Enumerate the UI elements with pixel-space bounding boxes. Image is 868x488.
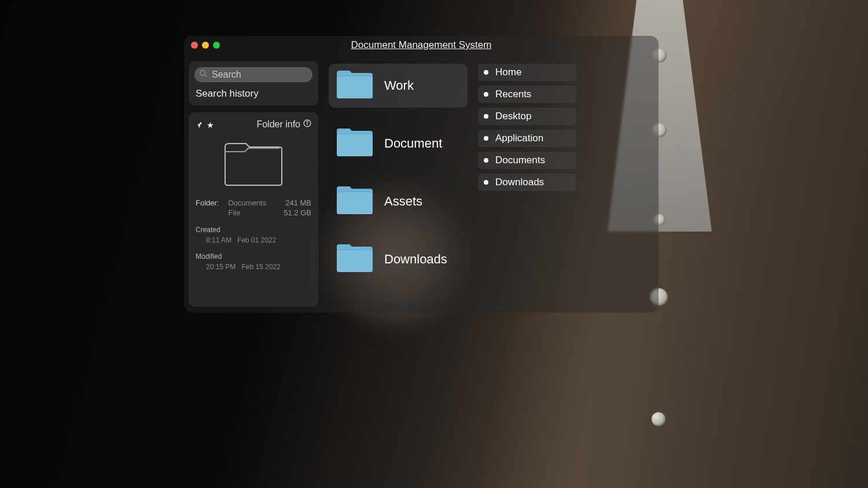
bullet-icon [484,180,488,185]
nav-item-recents[interactable]: Recents [478,86,576,103]
nav-label: Documents [495,155,545,166]
nav-item-desktop[interactable]: Desktop [478,108,576,125]
folder-icon [336,69,374,102]
folder-icon [336,243,374,276]
bullet-icon [484,158,488,163]
left-column: Search history ★ Folder info [189,61,318,307]
bullet-icon [484,136,488,141]
modified-date: Feb 15 2022 [241,263,280,271]
created-date: Feb 01 2022 [237,236,276,244]
stat-folder-size: 241 MB [285,199,311,207]
nav-item-application[interactable]: Application [478,130,576,147]
pin-star-icons[interactable]: ★ [196,119,215,129]
nav-label: Home [495,67,521,78]
nav-list: Home Recents Desktop Application Documen… [478,61,576,307]
created-time: 8:11 AM [206,236,231,244]
folder-tile-assets[interactable]: Assets [329,179,468,223]
folder-label: Assets [384,194,422,209]
nav-label: Recents [495,89,531,100]
folder-info-title: Folder info [256,119,300,130]
folder-icon [336,185,374,218]
folder-info-panel: ★ Folder info [189,112,318,307]
folder-tile-work[interactable]: Work [329,64,468,108]
folder-stats: Folder: Documents 241 MB Folder: File 51… [196,198,311,218]
stat-folder-name: Documents [228,199,266,207]
modified-time: 20:15 PM [206,263,236,271]
window-body: Search history ★ Folder info [184,54,659,313]
stat-file-size: 51.2 GB [284,208,311,217]
folder-label: Work [384,78,414,93]
folder-list: Work Document Assets Downloads [329,61,468,307]
maximize-button[interactable] [213,42,220,49]
traffic-lights [191,42,220,49]
folder-label: Downloads [384,252,447,267]
nav-item-home[interactable]: Home [478,64,576,81]
titlebar: Document Management System [184,36,659,54]
svg-rect-6 [337,134,373,156]
modified-section: Modified 20:15 PM Feb 15 2022 [196,252,311,271]
folder-preview-icon [222,140,285,188]
svg-point-4 [307,122,307,122]
bullet-icon [484,92,488,97]
search-history-label[interactable]: Search history [194,88,312,100]
svg-rect-8 [337,250,373,272]
search-panel: Search history [189,61,318,105]
search-input[interactable] [194,67,312,82]
svg-rect-5 [337,76,373,98]
bullet-icon [484,114,488,119]
svg-rect-7 [337,192,373,214]
created-section: Created 8:11 AM Feb 01 2022 [196,226,311,244]
close-button[interactable] [191,42,198,49]
folder-tile-downloads[interactable]: Downloads [329,237,468,281]
app-window: Document Management System Search histor… [184,36,659,313]
stat-file-label: File [228,208,240,217]
info-icon[interactable] [303,119,311,130]
folder-tile-document[interactable]: Document [329,122,468,166]
folder-icon [336,127,374,160]
created-label: Created [196,226,311,234]
nav-item-downloads[interactable]: Downloads [478,174,576,191]
minimize-button[interactable] [202,42,209,49]
folder-label: Document [384,136,442,151]
nav-label: Application [495,133,543,144]
bullet-icon [484,70,488,75]
suit-button [652,412,665,426]
modified-label: Modified [196,252,311,260]
nav-label: Desktop [495,111,531,122]
nav-label: Downloads [495,177,544,188]
nav-item-documents[interactable]: Documents [478,152,576,169]
stat-folder-label: Folder: [196,199,219,207]
window-title: Document Management System [351,39,492,51]
